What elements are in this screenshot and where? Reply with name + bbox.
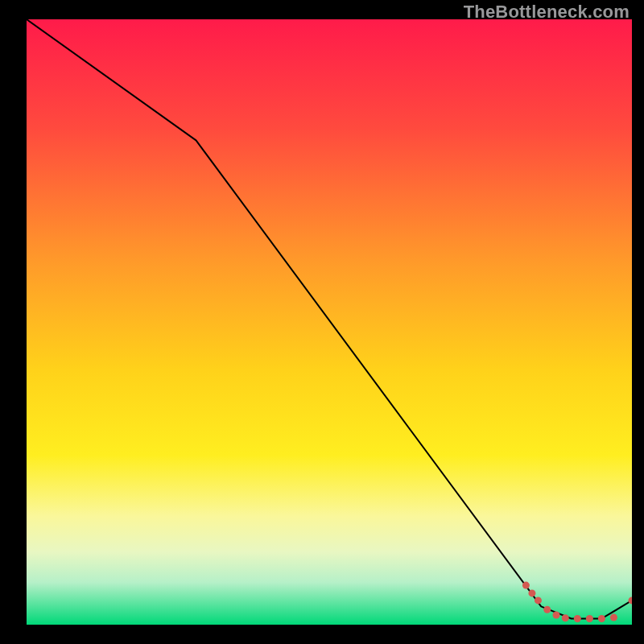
marker-point — [543, 606, 551, 613]
marker-point — [528, 589, 535, 597]
marker-point — [610, 613, 617, 621]
chart-frame — [27, 19, 632, 625]
bottleneck-chart — [27, 19, 632, 625]
marker-point — [598, 615, 605, 622]
marker-point — [553, 611, 560, 618]
marker-point — [586, 615, 593, 622]
gradient-background — [27, 19, 632, 625]
marker-point — [535, 597, 542, 604]
marker-point — [574, 615, 581, 622]
marker-point — [522, 582, 530, 589]
marker-point — [562, 614, 569, 621]
